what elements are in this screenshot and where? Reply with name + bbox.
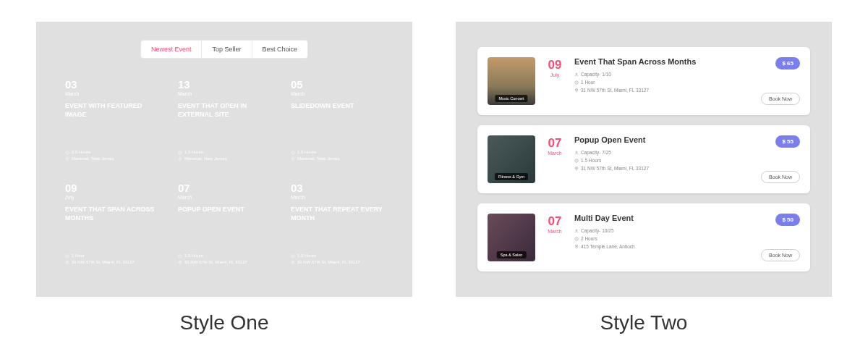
card-day: 05 <box>291 79 383 90</box>
pin-icon <box>574 167 579 171</box>
card-day: 13 <box>178 79 271 90</box>
card-month: March <box>178 195 271 200</box>
row-month: March <box>545 151 564 156</box>
svg-point-12 <box>576 73 577 75</box>
category-badge: Music Concert <box>495 95 527 102</box>
info-column: Multi Day Event Capacity- 10/25 2 Hours … <box>574 214 751 261</box>
category-badge: Fitness & Gym <box>495 173 528 180</box>
user-icon <box>574 72 579 77</box>
row-day: 07 <box>545 215 564 227</box>
style-two-body: Music Concert 09 July Event That Span Ac… <box>456 22 832 297</box>
user-icon <box>574 151 579 155</box>
pin-icon <box>574 245 579 249</box>
svg-point-20 <box>576 245 576 246</box>
right-column: $ 65 Book Now <box>761 57 800 105</box>
card-month: March <box>178 91 271 96</box>
row-month: July <box>545 72 564 77</box>
pin-icon <box>65 261 69 265</box>
event-card[interactable]: 09 July EVENT THAT SPAN ACROSS MONTHS 1 … <box>58 175 165 273</box>
style-one-body: Newest Event Top Seller Best Choice 03 M… <box>36 22 412 297</box>
svg-point-15 <box>576 151 577 153</box>
row-meta: Capacity- 10/25 2 Hours 415 Temple Lane,… <box>574 227 751 251</box>
right-column: $ 55 Book Now <box>761 135 800 183</box>
pin-icon <box>65 157 69 161</box>
pin-icon <box>291 261 295 265</box>
clock-icon <box>65 151 69 155</box>
card-meta: 1.5 Hours Montclair, New Jersey <box>291 149 383 162</box>
card-meta: 1 Hour 31 NW 57th St, Miami, FL 33127 <box>65 253 158 266</box>
pin-icon <box>291 157 295 161</box>
price-badge: $ 50 <box>775 214 800 226</box>
card-title: EVENT THAT OPEN IN EXTERNAL SITE <box>178 102 271 119</box>
tab-topseller[interactable]: Top Seller <box>201 40 252 59</box>
event-card[interactable]: 03 March EVENT WITH FEATURED IMAGE 2.5 H… <box>58 72 165 169</box>
category-badge: Spa & Salon <box>497 251 527 258</box>
card-month: March <box>291 91 383 96</box>
info-column: Event That Span Across Months Capacity- … <box>574 57 751 105</box>
svg-point-18 <box>576 230 577 231</box>
list-item[interactable]: Music Concert 09 July Event That Span Ac… <box>477 47 810 115</box>
event-thumbnail: Music Concert <box>488 57 535 105</box>
book-now-button[interactable]: Book Now <box>761 171 800 183</box>
book-now-button[interactable]: Book Now <box>761 93 800 105</box>
svg-point-7 <box>67 261 67 262</box>
card-grid: 03 March EVENT WITH FEATURED IMAGE 2.5 H… <box>58 72 391 273</box>
event-thumbnail: Fitness & Gym <box>488 135 535 183</box>
svg-point-9 <box>179 261 180 262</box>
pin-icon <box>178 261 182 265</box>
clock-icon <box>574 237 579 241</box>
tabs: Newest Event Top Seller Best Choice <box>58 40 391 59</box>
card-title: EVENT THAT REPEAT EVERY MONTH <box>291 206 383 222</box>
style-one-label: Style One <box>36 311 412 334</box>
event-card[interactable]: 13 March EVENT THAT OPEN IN EXTERNAL SIT… <box>171 72 278 169</box>
event-card[interactable]: 07 March POPUP OPEN EVENT 1.5 Hours 31 N… <box>171 175 278 273</box>
card-title: EVENT THAT SPAN ACROSS MONTHS <box>65 206 158 222</box>
card-month: March <box>291 195 383 200</box>
book-now-button[interactable]: Book Now <box>761 249 800 261</box>
clock-icon <box>574 80 579 85</box>
date-column: 07 March <box>545 214 564 261</box>
clock-icon <box>291 254 295 258</box>
date-column: 07 March <box>545 135 564 183</box>
svg-point-17 <box>576 167 576 168</box>
row-title: Event That Span Across Months <box>574 57 751 66</box>
card-day: 03 <box>65 79 158 90</box>
date-column: 09 July <box>545 57 564 105</box>
card-title: SLIDEDOWN EVENT <box>291 102 383 111</box>
card-day: 09 <box>65 182 158 193</box>
tab-bestchoice[interactable]: Best Choice <box>252 40 309 59</box>
event-card[interactable]: 03 March EVENT THAT REPEAT EVERY MONTH 1… <box>284 175 391 273</box>
list-item[interactable]: Fitness & Gym 07 March Popup Open Event … <box>477 125 810 193</box>
price-badge: $ 55 <box>775 135 800 148</box>
clock-icon <box>178 151 182 155</box>
svg-point-1 <box>67 158 67 159</box>
style-two-panel: Music Concert 09 July Event That Span Ac… <box>456 22 832 334</box>
clock-icon <box>178 254 182 258</box>
svg-point-3 <box>179 158 180 159</box>
event-list: Music Concert 09 July Event That Span Ac… <box>477 47 810 272</box>
pin-icon <box>574 88 579 93</box>
svg-point-14 <box>576 89 576 90</box>
svg-point-5 <box>292 158 293 159</box>
row-meta: Capacity- 7/25 1.5 Hours 31 NW 57th St, … <box>574 148 751 172</box>
event-card[interactable]: 05 March SLIDEDOWN EVENT 1.5 Hours Montc… <box>284 72 391 169</box>
right-column: $ 50 Book Now <box>761 214 800 261</box>
row-title: Multi Day Event <box>574 214 751 222</box>
card-meta: 1.5 Hours Montclair, New Jersey <box>178 149 271 162</box>
card-month: July <box>65 195 158 200</box>
card-meta: 1.5 Hours 31 NW 57th St, Miami, FL 33127 <box>178 253 271 266</box>
row-day: 09 <box>545 59 564 71</box>
svg-point-11 <box>292 261 293 262</box>
clock-icon <box>65 254 69 258</box>
clock-icon <box>574 159 579 163</box>
row-title: Popup Open Event <box>574 135 751 144</box>
card-day: 07 <box>178 182 271 193</box>
card-month: March <box>65 91 158 96</box>
user-icon <box>574 229 579 233</box>
tab-newest[interactable]: Newest Event <box>140 40 203 59</box>
info-column: Popup Open Event Capacity- 7/25 1.5 Hour… <box>574 135 751 183</box>
row-month: March <box>545 229 564 234</box>
card-meta: 1.5 Hours 31 NW 57th St, Miami, FL 33127 <box>291 253 383 266</box>
clock-icon <box>291 151 295 155</box>
list-item[interactable]: Spa & Salon 07 March Multi Day Event Cap… <box>477 203 810 272</box>
